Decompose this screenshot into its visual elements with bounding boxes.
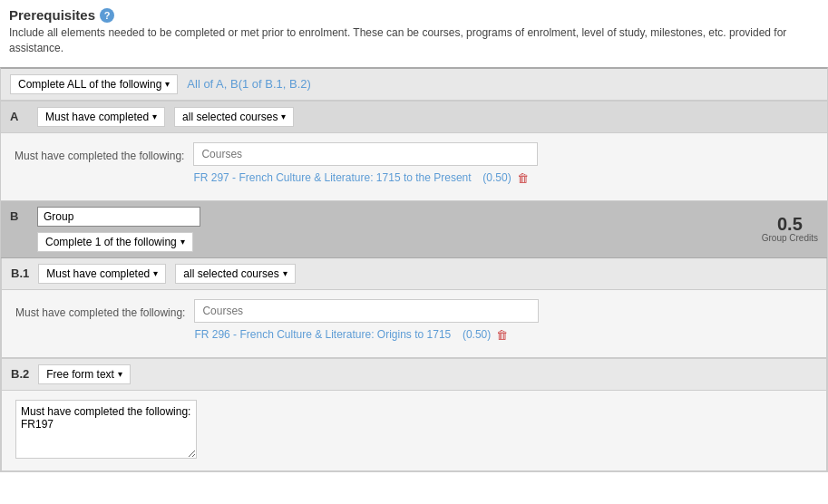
section-b-header: B Complete 1 of the following ▾ 0.5 Grou… <box>1 201 827 258</box>
dropdown-caret-icon: ▾ <box>180 237 185 247</box>
sub-section-b1-scope-dropdown[interactable]: all selected courses ▾ <box>175 264 295 284</box>
sub-section-b1-label: Must have completed the following: <box>15 299 194 319</box>
sub-section-b1-course-credits: (0.50) <box>456 328 491 341</box>
section-a-course-name: FR 297 - French Culture & Literature: 17… <box>193 171 471 184</box>
list-item: FR 296 - French Culture & Literature: Or… <box>194 326 813 344</box>
section-a: A Must have completed ▾ all selected cou… <box>0 101 828 201</box>
dropdown-caret-icon: ▾ <box>118 369 122 379</box>
dropdown-caret-icon: ▾ <box>152 111 157 121</box>
group-credits-value: 0.5 <box>762 215 818 233</box>
rule-text: All of A, B(1 of B.1, B.2) <box>187 77 311 91</box>
group-name-input[interactable] <box>37 207 200 227</box>
free-form-textarea[interactable]: Must have completed the following: FR197 <box>15 400 197 459</box>
sub-section-b1-completion-type-dropdown[interactable]: Must have completed ▾ <box>38 264 166 284</box>
top-rule-bar: Complete ALL of the following ▾ All of A… <box>0 67 828 101</box>
section-a-label: Must have completed the following: <box>15 142 193 162</box>
page-description: Include all elements needed to be comple… <box>9 25 819 56</box>
delete-course-icon[interactable]: 🗑 <box>496 328 508 342</box>
section-a-body: Must have completed the following: FR 29… <box>1 133 827 200</box>
complete-all-dropdown[interactable]: Complete ALL of the following ▾ <box>10 74 178 94</box>
sub-section-b1-courses-area: FR 296 - French Culture & Literature: Or… <box>194 299 813 344</box>
sub-section-b2-header: B.2 Free form text ▾ <box>2 358 826 391</box>
sub-section-b2-letter: B.2 <box>11 367 29 381</box>
section-a-letter: A <box>10 110 28 123</box>
section-a-scope-dropdown[interactable]: all selected courses ▾ <box>174 107 294 127</box>
sub-section-b1-letter: B.1 <box>11 267 29 280</box>
sub-section-b2-type-dropdown[interactable]: Free form text ▾ <box>38 364 131 384</box>
dropdown-caret-icon: ▾ <box>281 111 286 121</box>
delete-course-icon[interactable]: 🗑 <box>517 171 529 185</box>
section-b: B Complete 1 of the following ▾ 0.5 Grou… <box>0 201 828 472</box>
list-item: FR 297 - French Culture & Literature: 17… <box>193 170 813 187</box>
section-b-letter: B <box>10 209 28 223</box>
sub-section-b1-course-name: FR 296 - French Culture & Literature: Or… <box>194 328 451 341</box>
sub-section-b2-body: Must have completed the following: FR197 <box>2 391 826 470</box>
page-header: Prerequisites ? Include all elements nee… <box>0 0 828 60</box>
section-a-courses-area: FR 297 - French Culture & Literature: 17… <box>193 142 813 187</box>
sub-section-b1-header: B.1 Must have completed ▾ all selected c… <box>2 258 826 290</box>
section-a-completion-type-dropdown[interactable]: Must have completed ▾ <box>37 107 165 127</box>
section-a-courses-input[interactable] <box>193 142 538 166</box>
section-a-header: A Must have completed ▾ all selected cou… <box>1 102 827 133</box>
sub-section-b1-body: Must have completed the following: FR 29… <box>2 290 826 357</box>
section-a-course-credits: (0.50) <box>477 171 511 184</box>
sub-section-b1: B.1 Must have completed ▾ all selected c… <box>1 258 827 358</box>
group-credits-label: Group Credits <box>762 233 818 243</box>
dropdown-caret-icon: ▾ <box>283 268 287 278</box>
sub-section-b1-courses-input[interactable] <box>194 299 539 323</box>
dropdown-caret-icon: ▾ <box>153 268 158 278</box>
sub-section-b2: B.2 Free form text ▾ Must have completed… <box>1 358 827 471</box>
help-icon[interactable]: ? <box>100 8 114 23</box>
section-b-complete-dropdown[interactable]: Complete 1 of the following ▾ <box>37 232 193 252</box>
dropdown-caret-icon: ▾ <box>165 79 170 89</box>
page-title: Prerequisites ? <box>9 7 819 23</box>
group-credits: 0.5 Group Credits <box>762 215 818 243</box>
